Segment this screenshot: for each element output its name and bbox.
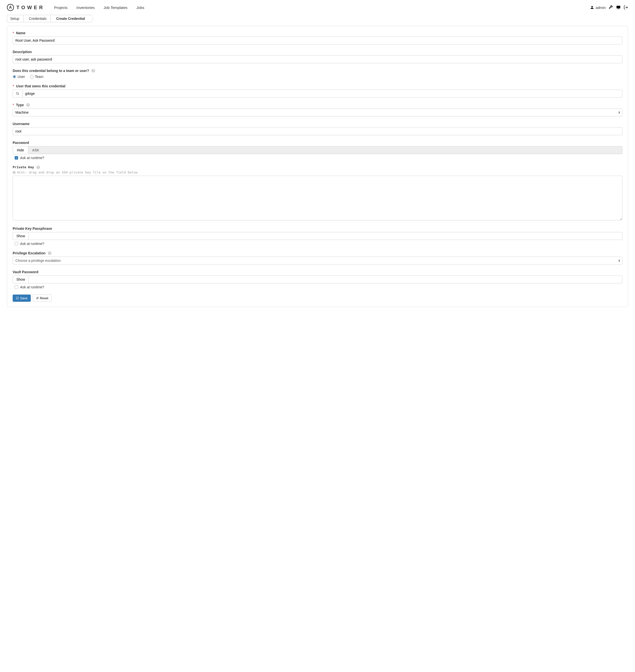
svg-rect-0 (617, 6, 620, 8)
username-label: Username (13, 122, 622, 126)
passphrase-ask-label: Ask at runtime? (20, 242, 44, 246)
crumb-credentials[interactable]: Credentials (23, 15, 50, 22)
reset-button[interactable]: ↺ Reset (33, 295, 51, 302)
priv-esc-select[interactable]: Choose a privilege escalation (13, 257, 622, 265)
passphrase-ask-checkbox[interactable] (15, 242, 18, 246)
help-icon[interactable]: ? (91, 69, 95, 72)
owner-radio-group: User Team (13, 75, 622, 79)
monitor-icon[interactable] (616, 5, 620, 10)
svg-line-3 (18, 94, 19, 95)
nav-inventories[interactable]: Inventories (76, 5, 94, 10)
logo-text: TOWER (16, 5, 45, 10)
private-key-label: Private Key ? (13, 165, 622, 169)
help-icon[interactable]: ? (26, 103, 30, 107)
passphrase-label: Private Key Passphrase (13, 227, 622, 231)
save-button[interactable]: ☑ Save (13, 295, 31, 302)
vault-input[interactable] (29, 275, 622, 284)
help-icon[interactable]: ? (48, 251, 51, 255)
passphrase-show-button[interactable]: Show (13, 232, 29, 240)
current-user[interactable]: admin (590, 5, 606, 10)
priv-esc-label: Privilege Escalation ? (13, 251, 622, 255)
nav-projects[interactable]: Projects (54, 5, 67, 10)
passphrase-input[interactable] (29, 232, 622, 240)
main-nav: Projects Inventories Job Templates Jobs (54, 5, 144, 10)
logo[interactable]: A TOWER (7, 4, 45, 11)
password-ask-button[interactable]: ASK (28, 146, 622, 154)
name-input[interactable] (13, 37, 622, 44)
logout-icon[interactable] (623, 5, 628, 10)
owner-radio-user[interactable]: User (13, 75, 25, 79)
user-owner-input[interactable] (22, 89, 622, 98)
password-label: Password (13, 141, 622, 145)
username-input[interactable] (13, 127, 622, 135)
radio-icon (13, 75, 16, 79)
check-icon: ☑ (16, 296, 19, 300)
reset-icon: ↺ (36, 296, 39, 300)
description-input[interactable] (13, 55, 622, 63)
username-label: admin (595, 5, 606, 10)
breadcrumb: Setup Credentials Create Credential (0, 15, 635, 22)
search-icon[interactable] (13, 89, 22, 98)
svg-rect-1 (618, 9, 619, 9)
top-bar: A TOWER Projects Inventories Job Templat… (0, 0, 635, 15)
topbar-right: admin (590, 5, 628, 10)
nav-job-templates[interactable]: Job Templates (104, 5, 128, 10)
crumb-setup[interactable]: Setup (7, 15, 23, 22)
password-ask-label: Ask at runtime? (20, 156, 44, 160)
user-icon (590, 5, 594, 10)
form-actions: ☑ Save ↺ Reset (13, 295, 622, 302)
private-key-textarea[interactable] (13, 176, 622, 220)
nav-jobs[interactable]: Jobs (136, 5, 144, 10)
password-toggle-group: Hide ASK (13, 146, 622, 154)
description-label: Description (13, 50, 622, 54)
private-key-hint: i Hint: drag and drop an SSH private key… (13, 170, 622, 174)
svg-point-2 (16, 92, 18, 94)
password-ask-checkbox[interactable]: ✓ (15, 156, 18, 160)
name-label: *Name (13, 31, 622, 35)
vault-label: Vault Password (13, 270, 622, 274)
vault-show-button[interactable]: Show (13, 275, 29, 284)
owner-label: Does this credential belong to a team or… (13, 69, 622, 73)
owner-radio-team[interactable]: Team (30, 75, 43, 79)
radio-icon (30, 75, 34, 79)
user-owner-label: *User that owns this credential (13, 84, 622, 88)
type-select[interactable]: Machine (13, 108, 622, 117)
settings-icon[interactable] (609, 5, 613, 10)
info-icon: i (13, 171, 16, 174)
type-label: *Type? (13, 103, 622, 107)
logo-icon: A (7, 4, 14, 11)
password-hide-button[interactable]: Hide (13, 146, 28, 154)
credential-form: *Name Description Does this credential b… (7, 26, 628, 307)
help-icon[interactable]: ? (37, 166, 40, 169)
vault-ask-label: Ask at runtime? (20, 285, 44, 289)
vault-ask-checkbox[interactable] (15, 286, 18, 289)
crumb-create-credential[interactable]: Create Credential (50, 15, 89, 22)
